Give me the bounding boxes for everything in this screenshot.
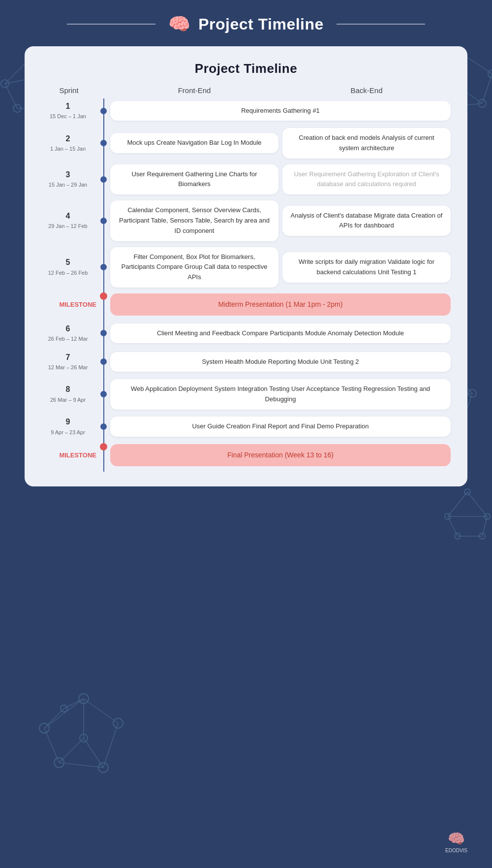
sprint-label: 99 Apr – 23 Apr	[39, 417, 98, 437]
svg-point-40	[98, 763, 108, 772]
sprint-label: 21 Jan – 15 Jan	[39, 133, 98, 154]
task-card-frontend: Mock ups Create Navigation Bar Log In Mo…	[110, 133, 278, 153]
task-card-frontend: Filter Component, Box Plot for Biomarker…	[110, 247, 278, 288]
svg-line-33	[482, 516, 487, 536]
svg-line-52	[44, 708, 64, 728]
task-card-fullwidth: User Guide Creation Final Report and Fin…	[110, 417, 451, 437]
sprint-label: 315 Jan – 29 Jan	[39, 169, 98, 190]
task-card-frontend: User Requirement Gathering Line Charts f…	[110, 164, 278, 195]
task-card-backend: Creation of back end models Analysis of …	[282, 128, 451, 159]
milestone-label: MILESTONE	[39, 301, 98, 308]
milestone-dot	[100, 443, 107, 450]
timeline-vline	[103, 98, 104, 472]
svg-line-31	[467, 492, 487, 516]
svg-point-17	[478, 99, 486, 107]
svg-line-47	[59, 763, 103, 768]
svg-line-43	[44, 699, 84, 728]
brand-label: EDODVIS	[445, 848, 467, 853]
col-frontend: Front-End	[108, 86, 280, 95]
svg-point-27	[484, 514, 490, 519]
sprint-dot	[100, 264, 107, 270]
svg-point-39	[54, 758, 64, 768]
svg-line-46	[103, 723, 118, 768]
svg-point-41	[80, 734, 88, 742]
svg-point-26	[445, 514, 451, 519]
header-right-line	[337, 24, 425, 25]
timeline: 115 Dec – 1 JanRequirements Gathering #1…	[39, 98, 453, 472]
sprint-dot	[100, 176, 107, 183]
svg-point-55	[468, 389, 476, 397]
main-card: Project Timeline Sprint Front-End Back-E…	[25, 46, 467, 486]
svg-point-15	[488, 70, 492, 78]
header-title: Project Timeline	[198, 15, 324, 33]
timeline-row: 712 Mar – 26 MarSystem Health Module Rep…	[39, 350, 453, 374]
milestone-card: Midterm Presentation (1 Mar 1pm - 2pm)	[110, 293, 451, 316]
sprint-label: 512 Feb – 26 Feb	[39, 257, 98, 277]
col-sprint: Sprint	[39, 86, 98, 95]
sprint-dot	[100, 218, 107, 224]
svg-line-8	[5, 84, 17, 108]
col-backend: Back-End	[280, 86, 453, 95]
sprint-dot	[100, 108, 107, 114]
timeline-row: 512 Feb – 26 FebFilter Component, Box Pl…	[39, 246, 453, 289]
page-header: 🧠 Project Timeline	[0, 0, 492, 46]
header-left-line	[67, 24, 155, 25]
svg-point-42	[61, 705, 67, 712]
timeline-row: 99 Apr – 23 AprUser Guide Creation Final…	[39, 415, 453, 439]
timeline-row: 21 Jan – 15 JanMock ups Create Navigatio…	[39, 127, 453, 160]
timeline-row: 429 Jan – 12 FebCalendar Component, Sens…	[39, 199, 453, 242]
svg-point-25	[464, 489, 470, 495]
sprint-dot	[100, 358, 107, 365]
svg-line-30	[448, 492, 467, 516]
task-card-frontend: Calendar Component, Sensor Overview Card…	[110, 200, 278, 241]
footer-brand: 🧠 EDODVIS	[445, 831, 467, 853]
sprint-label: 115 Dec – 1 Jan	[39, 101, 98, 121]
timeline-row: 826 Mar – 9 AprWeb Application Deploymen…	[39, 378, 453, 411]
milestone-label: MILESTONE	[39, 451, 98, 459]
brain-icon: 🧠	[168, 14, 190, 34]
svg-point-37	[39, 723, 49, 733]
task-card-fullwidth: Client Meeting and Feedback Compare Part…	[110, 323, 451, 344]
bg-network-bottomright	[438, 482, 492, 543]
milestone-dot	[100, 292, 107, 300]
task-card-fullwidth: Web Application Deployment System Integr…	[110, 379, 451, 410]
sprint-label: 626 Feb – 12 Mar	[39, 323, 98, 344]
svg-line-45	[44, 728, 59, 763]
task-card-fullwidth: System Health Module Reporting Module Un…	[110, 352, 451, 372]
svg-point-38	[113, 718, 123, 728]
sprint-dot	[100, 423, 107, 430]
card-title: Project Timeline	[39, 61, 453, 76]
svg-line-51	[64, 699, 84, 708]
task-card-backend: Analysis of Client's database Migrate da…	[282, 206, 451, 236]
timeline-row: 626 Feb – 12 MarClient Meeting and Feedb…	[39, 321, 453, 346]
sprint-dot	[100, 330, 107, 336]
svg-point-3	[13, 104, 21, 112]
svg-line-44	[84, 699, 118, 723]
svg-point-29	[479, 533, 485, 539]
svg-point-1	[1, 80, 9, 88]
timeline-row: MILESTONEFinal Presentation (Week 13 to …	[39, 443, 453, 468]
task-card-backend: Write scripts for daily migration Valida…	[282, 252, 451, 283]
task-card-backend: User Requirement Gathering Exploration o…	[282, 164, 451, 195]
bg-network-bottomleft	[30, 684, 138, 794]
timeline-row: 115 Dec – 1 JanRequirements Gathering #1	[39, 98, 453, 123]
sprint-dot	[100, 140, 107, 146]
task-card-fullwidth: Requirements Gathering #1	[110, 101, 451, 121]
timeline-row: 315 Jan – 29 JanUser Requirement Gatheri…	[39, 163, 453, 196]
svg-point-28	[455, 533, 461, 539]
svg-line-49	[59, 738, 84, 763]
sprint-label: 429 Jan – 12 Feb	[39, 211, 98, 231]
timeline-row: MILESTONEMidterm Presentation (1 Mar 1pm…	[39, 292, 453, 317]
svg-line-50	[84, 738, 103, 768]
svg-point-36	[79, 694, 89, 704]
column-headers: Sprint Front-End Back-End	[39, 86, 453, 95]
svg-line-21	[482, 74, 492, 103]
sprint-dot	[100, 391, 107, 397]
svg-line-32	[448, 516, 458, 536]
sprint-label: 712 Mar – 26 Mar	[39, 352, 98, 372]
sprint-label: 826 Mar – 9 Apr	[39, 384, 98, 404]
milestone-card: Final Presentation (Week 13 to 16)	[110, 444, 451, 466]
